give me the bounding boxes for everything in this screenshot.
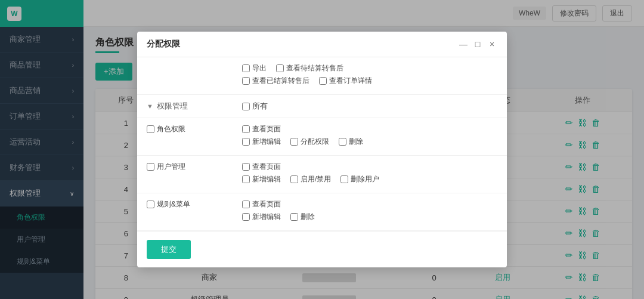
perm-rules-view[interactable]: 查看页面 (242, 199, 281, 209)
perm-role-label[interactable]: 角色权限 (147, 124, 223, 134)
perm-rules-edit-checkbox[interactable] (242, 213, 250, 221)
perm-rules-delete[interactable]: 删除 (290, 212, 315, 222)
perm-role-assign[interactable]: 分配权限 (290, 137, 329, 147)
modal-overlay[interactable]: 分配权限 — □ × 导出 (0, 0, 644, 299)
perm-rules-view-checkbox[interactable] (242, 201, 250, 208)
submit-button[interactable]: 提交 (147, 240, 191, 259)
perm-user-edit-checkbox[interactable] (242, 175, 250, 183)
perm-view-settled-refund[interactable]: 查看已结算转售后 (242, 76, 309, 86)
perm-view-order-detail-checkbox[interactable] (319, 77, 327, 85)
perm-rules-label[interactable]: 规则&菜单 (147, 199, 223, 209)
minimize-button[interactable]: — (458, 39, 469, 50)
perm-role-assign-checkbox[interactable] (290, 138, 298, 146)
perm-user-toggle[interactable]: 启用/禁用 (290, 174, 331, 184)
perm-export[interactable]: 导出 (242, 63, 267, 73)
perm-view-settled-refund-checkbox[interactable] (242, 77, 250, 85)
assign-permission-modal: 分配权限 — □ × 导出 (137, 32, 507, 267)
permission-row-export: 导出 查看待结算转售后 查看已结算转售后 查看订单详情 (137, 57, 507, 95)
permission-row-perm-mgmt: ▼ 权限管理 所有 (137, 95, 507, 118)
perm-rules-delete-checkbox[interactable] (290, 213, 298, 221)
perm-user-view[interactable]: 查看页面 (242, 162, 281, 172)
perm-rules-edit[interactable]: 新增编辑 (242, 212, 281, 222)
section-label-perm-mgmt: 权限管理 (157, 101, 188, 112)
perm-view-pending-refund[interactable]: 查看待结算转售后 (276, 63, 343, 73)
close-button[interactable]: × (487, 39, 497, 50)
perm-role-view-checkbox[interactable] (242, 125, 250, 133)
perm-view-order-detail[interactable]: 查看订单详情 (319, 76, 372, 86)
perm-view-pending-refund-checkbox[interactable] (276, 64, 284, 72)
perm-role-edit[interactable]: 新增编辑 (242, 137, 281, 147)
perm-user-label[interactable]: 用户管理 (147, 162, 223, 172)
modal-footer: 提交 (137, 231, 507, 267)
perm-user-toggle-checkbox[interactable] (290, 175, 298, 183)
perm-all[interactable]: 所有 (242, 101, 497, 112)
perm-role-view[interactable]: 查看页面 (242, 124, 281, 134)
perm-role-edit-checkbox[interactable] (242, 138, 250, 146)
permission-row-user-mgmt: 用户管理 查看页面 新增编辑 (137, 156, 507, 193)
permission-row-rules-menu: 规则&菜单 查看页面 新增编辑 (137, 193, 507, 231)
permission-row-role-perm: 角色权限 查看页面 新增编辑 (137, 118, 507, 156)
modal-title: 分配权限 (147, 39, 180, 50)
perm-rules-checkbox[interactable] (147, 201, 154, 208)
maximize-button[interactable]: □ (472, 39, 483, 50)
perm-user-checkbox[interactable] (147, 163, 154, 171)
perm-user-view-checkbox[interactable] (242, 163, 250, 171)
perm-export-checkbox[interactable] (242, 64, 250, 72)
perm-role-checkbox[interactable] (147, 125, 154, 133)
perm-user-delete[interactable]: 删除用户 (340, 174, 379, 184)
modal-body: 导出 查看待结算转售后 查看已结算转售后 查看订单详情 (137, 57, 507, 231)
perm-user-delete-checkbox[interactable] (340, 175, 348, 183)
perm-role-delete[interactable]: 删除 (339, 137, 363, 147)
perm-all-checkbox[interactable] (242, 103, 250, 110)
modal-header: 分配权限 — □ × (137, 32, 507, 57)
perm-role-delete-checkbox[interactable] (339, 138, 346, 146)
modal-controls: — □ × (458, 39, 497, 50)
collapse-icon: ▼ (147, 103, 153, 110)
perm-user-edit[interactable]: 新增编辑 (242, 174, 281, 184)
